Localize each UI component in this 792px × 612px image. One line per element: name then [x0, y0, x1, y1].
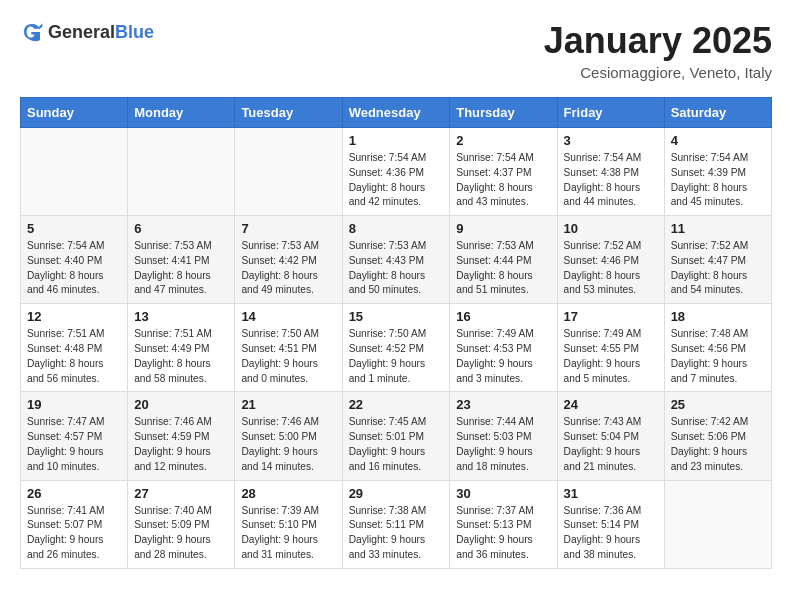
weekday-header-sunday: Sunday	[21, 98, 128, 128]
day-info: Sunrise: 7:44 AM Sunset: 5:03 PM Dayligh…	[456, 415, 550, 474]
calendar-week-row: 5Sunrise: 7:54 AM Sunset: 4:40 PM Daylig…	[21, 216, 772, 304]
calendar-cell: 11Sunrise: 7:52 AM Sunset: 4:47 PM Dayli…	[664, 216, 771, 304]
day-number: 14	[241, 309, 335, 324]
calendar-cell: 21Sunrise: 7:46 AM Sunset: 5:00 PM Dayli…	[235, 392, 342, 480]
logo-text-blue: Blue	[115, 22, 154, 42]
weekday-header-saturday: Saturday	[664, 98, 771, 128]
calendar-cell: 12Sunrise: 7:51 AM Sunset: 4:48 PM Dayli…	[21, 304, 128, 392]
calendar-cell: 9Sunrise: 7:53 AM Sunset: 4:44 PM Daylig…	[450, 216, 557, 304]
calendar-cell: 5Sunrise: 7:54 AM Sunset: 4:40 PM Daylig…	[21, 216, 128, 304]
day-number: 7	[241, 221, 335, 236]
day-info: Sunrise: 7:54 AM Sunset: 4:37 PM Dayligh…	[456, 151, 550, 210]
day-info: Sunrise: 7:43 AM Sunset: 5:04 PM Dayligh…	[564, 415, 658, 474]
day-info: Sunrise: 7:48 AM Sunset: 4:56 PM Dayligh…	[671, 327, 765, 386]
day-info: Sunrise: 7:37 AM Sunset: 5:13 PM Dayligh…	[456, 504, 550, 563]
logo-icon	[20, 20, 44, 44]
day-info: Sunrise: 7:54 AM Sunset: 4:36 PM Dayligh…	[349, 151, 444, 210]
day-info: Sunrise: 7:39 AM Sunset: 5:10 PM Dayligh…	[241, 504, 335, 563]
day-number: 5	[27, 221, 121, 236]
calendar-cell: 31Sunrise: 7:36 AM Sunset: 5:14 PM Dayli…	[557, 480, 664, 568]
calendar-cell: 20Sunrise: 7:46 AM Sunset: 4:59 PM Dayli…	[128, 392, 235, 480]
day-number: 17	[564, 309, 658, 324]
calendar-cell: 25Sunrise: 7:42 AM Sunset: 5:06 PM Dayli…	[664, 392, 771, 480]
day-number: 10	[564, 221, 658, 236]
day-number: 26	[27, 486, 121, 501]
day-number: 3	[564, 133, 658, 148]
calendar-cell: 26Sunrise: 7:41 AM Sunset: 5:07 PM Dayli…	[21, 480, 128, 568]
day-info: Sunrise: 7:50 AM Sunset: 4:52 PM Dayligh…	[349, 327, 444, 386]
day-info: Sunrise: 7:52 AM Sunset: 4:47 PM Dayligh…	[671, 239, 765, 298]
day-info: Sunrise: 7:53 AM Sunset: 4:42 PM Dayligh…	[241, 239, 335, 298]
weekday-header-monday: Monday	[128, 98, 235, 128]
calendar-cell: 22Sunrise: 7:45 AM Sunset: 5:01 PM Dayli…	[342, 392, 450, 480]
calendar-week-row: 26Sunrise: 7:41 AM Sunset: 5:07 PM Dayli…	[21, 480, 772, 568]
day-number: 9	[456, 221, 550, 236]
calendar-title: January 2025	[544, 20, 772, 62]
day-info: Sunrise: 7:50 AM Sunset: 4:51 PM Dayligh…	[241, 327, 335, 386]
day-number: 29	[349, 486, 444, 501]
calendar-cell: 28Sunrise: 7:39 AM Sunset: 5:10 PM Dayli…	[235, 480, 342, 568]
day-number: 19	[27, 397, 121, 412]
day-number: 8	[349, 221, 444, 236]
day-info: Sunrise: 7:42 AM Sunset: 5:06 PM Dayligh…	[671, 415, 765, 474]
title-area: January 2025 Cesiomaggiore, Veneto, Ital…	[544, 20, 772, 81]
day-number: 22	[349, 397, 444, 412]
page-header: GeneralBlue January 2025 Cesiomaggiore, …	[20, 20, 772, 81]
day-info: Sunrise: 7:41 AM Sunset: 5:07 PM Dayligh…	[27, 504, 121, 563]
calendar-cell: 6Sunrise: 7:53 AM Sunset: 4:41 PM Daylig…	[128, 216, 235, 304]
day-info: Sunrise: 7:53 AM Sunset: 4:43 PM Dayligh…	[349, 239, 444, 298]
day-number: 25	[671, 397, 765, 412]
day-number: 6	[134, 221, 228, 236]
day-number: 2	[456, 133, 550, 148]
weekday-header-wednesday: Wednesday	[342, 98, 450, 128]
calendar-cell: 16Sunrise: 7:49 AM Sunset: 4:53 PM Dayli…	[450, 304, 557, 392]
calendar-cell	[235, 128, 342, 216]
calendar-cell: 7Sunrise: 7:53 AM Sunset: 4:42 PM Daylig…	[235, 216, 342, 304]
calendar-cell: 4Sunrise: 7:54 AM Sunset: 4:39 PM Daylig…	[664, 128, 771, 216]
calendar-week-row: 1Sunrise: 7:54 AM Sunset: 4:36 PM Daylig…	[21, 128, 772, 216]
calendar-week-row: 19Sunrise: 7:47 AM Sunset: 4:57 PM Dayli…	[21, 392, 772, 480]
day-number: 13	[134, 309, 228, 324]
day-number: 31	[564, 486, 658, 501]
day-info: Sunrise: 7:54 AM Sunset: 4:38 PM Dayligh…	[564, 151, 658, 210]
day-info: Sunrise: 7:51 AM Sunset: 4:48 PM Dayligh…	[27, 327, 121, 386]
calendar-week-row: 12Sunrise: 7:51 AM Sunset: 4:48 PM Dayli…	[21, 304, 772, 392]
calendar-cell: 18Sunrise: 7:48 AM Sunset: 4:56 PM Dayli…	[664, 304, 771, 392]
day-number: 20	[134, 397, 228, 412]
day-number: 27	[134, 486, 228, 501]
logo: GeneralBlue	[20, 20, 154, 44]
day-info: Sunrise: 7:53 AM Sunset: 4:44 PM Dayligh…	[456, 239, 550, 298]
day-info: Sunrise: 7:46 AM Sunset: 4:59 PM Dayligh…	[134, 415, 228, 474]
calendar-subtitle: Cesiomaggiore, Veneto, Italy	[544, 64, 772, 81]
calendar-cell: 30Sunrise: 7:37 AM Sunset: 5:13 PM Dayli…	[450, 480, 557, 568]
calendar-cell: 1Sunrise: 7:54 AM Sunset: 4:36 PM Daylig…	[342, 128, 450, 216]
calendar-cell: 3Sunrise: 7:54 AM Sunset: 4:38 PM Daylig…	[557, 128, 664, 216]
calendar-cell	[21, 128, 128, 216]
calendar-cell: 29Sunrise: 7:38 AM Sunset: 5:11 PM Dayli…	[342, 480, 450, 568]
calendar-cell: 13Sunrise: 7:51 AM Sunset: 4:49 PM Dayli…	[128, 304, 235, 392]
day-info: Sunrise: 7:36 AM Sunset: 5:14 PM Dayligh…	[564, 504, 658, 563]
calendar-cell: 24Sunrise: 7:43 AM Sunset: 5:04 PM Dayli…	[557, 392, 664, 480]
calendar-cell: 15Sunrise: 7:50 AM Sunset: 4:52 PM Dayli…	[342, 304, 450, 392]
calendar-cell: 2Sunrise: 7:54 AM Sunset: 4:37 PM Daylig…	[450, 128, 557, 216]
calendar-cell: 23Sunrise: 7:44 AM Sunset: 5:03 PM Dayli…	[450, 392, 557, 480]
weekday-header-thursday: Thursday	[450, 98, 557, 128]
calendar-cell: 10Sunrise: 7:52 AM Sunset: 4:46 PM Dayli…	[557, 216, 664, 304]
calendar-cell: 17Sunrise: 7:49 AM Sunset: 4:55 PM Dayli…	[557, 304, 664, 392]
day-info: Sunrise: 7:51 AM Sunset: 4:49 PM Dayligh…	[134, 327, 228, 386]
calendar-cell: 27Sunrise: 7:40 AM Sunset: 5:09 PM Dayli…	[128, 480, 235, 568]
day-number: 11	[671, 221, 765, 236]
day-number: 16	[456, 309, 550, 324]
day-number: 12	[27, 309, 121, 324]
day-info: Sunrise: 7:54 AM Sunset: 4:40 PM Dayligh…	[27, 239, 121, 298]
day-number: 23	[456, 397, 550, 412]
calendar-cell: 8Sunrise: 7:53 AM Sunset: 4:43 PM Daylig…	[342, 216, 450, 304]
day-number: 28	[241, 486, 335, 501]
day-number: 15	[349, 309, 444, 324]
day-number: 4	[671, 133, 765, 148]
calendar-cell	[128, 128, 235, 216]
day-number: 30	[456, 486, 550, 501]
day-number: 18	[671, 309, 765, 324]
day-info: Sunrise: 7:53 AM Sunset: 4:41 PM Dayligh…	[134, 239, 228, 298]
day-number: 21	[241, 397, 335, 412]
